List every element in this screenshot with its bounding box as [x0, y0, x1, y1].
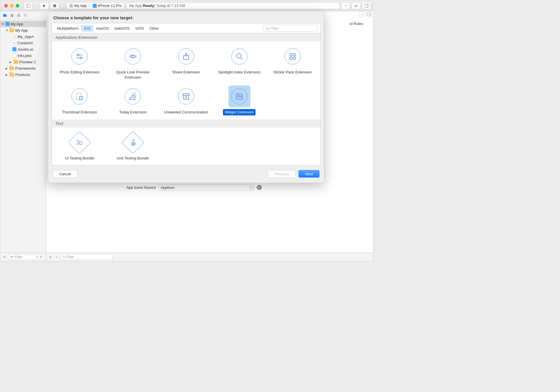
template-label: Today Extension	[117, 109, 148, 115]
bottom-bar: ＋ ⊜▾ Filter ◷ ⊞ ＋ − ⊜ Filter	[0, 252, 373, 261]
template-label: Thumbnail Extension	[60, 109, 99, 115]
tab-other[interactable]: Other	[147, 25, 162, 32]
tree-file[interactable]: s ContentV	[0, 40, 46, 46]
tree-file[interactable]: Info.plist	[0, 52, 46, 59]
tree-label: My App	[11, 22, 23, 26]
minimize-window[interactable]	[10, 4, 14, 7]
svg-rect-26	[77, 93, 81, 100]
svg-rect-24	[290, 57, 292, 59]
layout-icon	[367, 13, 371, 16]
add-editor-button[interactable]: ＋	[359, 12, 365, 17]
navigator-filter[interactable]: ⊜▾ Filter ◷ ⊞	[8, 254, 44, 260]
svg-point-17	[132, 55, 134, 58]
activity-view: My App: Ready | Today at 7:13 AM	[126, 2, 340, 9]
template-ui-testing[interactable]: UI Testing Bundle	[53, 132, 106, 161]
templates-grid-2: UI Testing Bundle Unit Testing Bundle	[52, 128, 321, 166]
svg-rect-47	[132, 142, 135, 145]
filter-placeholder: Filter	[15, 255, 22, 259]
targets-filter[interactable]: ⊜ Filter	[61, 254, 113, 260]
template-photo-editing[interactable]: Photo Editing Extension	[53, 45, 106, 80]
svg-point-42	[77, 140, 79, 142]
scm-filter-icon[interactable]: ⊞	[40, 255, 42, 259]
cancel-button[interactable]: Cancel	[53, 170, 77, 178]
template-label: Unwanted Communication	[162, 109, 210, 115]
editor-layout-button[interactable]	[366, 12, 372, 17]
tab-watchos[interactable]: watchOS	[111, 25, 133, 32]
run-button[interactable]	[40, 2, 49, 9]
template-label: Unit Testing Bundle	[115, 155, 151, 161]
svg-rect-0	[27, 4, 30, 7]
template-unit-testing[interactable]: Unit Testing Bundle	[106, 132, 160, 161]
next-button[interactable]: Next	[298, 170, 319, 178]
template-label: UI Testing Bundle	[63, 155, 96, 161]
template-filter[interactable]: ⊜ Filter	[263, 25, 318, 32]
filter-placeholder: Filter	[270, 26, 279, 31]
svg-point-9	[24, 14, 27, 16]
go-arrow-icon[interactable]: →	[257, 185, 262, 190]
tab-macos[interactable]: macOS	[93, 25, 111, 32]
close-window[interactable]	[4, 4, 8, 7]
template-quick-look[interactable]: Quick Look Preview Extension	[106, 45, 160, 80]
navigator: ⊠ ▼ My App ▼ My App s My_AppA	[0, 11, 46, 252]
svg-point-14	[77, 54, 79, 56]
toggle-inspector-button[interactable]	[362, 2, 371, 9]
tree-file[interactable]: s My_AppA	[0, 33, 46, 40]
tree-label: Preview C	[19, 60, 36, 64]
svg-rect-44	[80, 142, 82, 144]
zoom-window[interactable]	[16, 4, 19, 7]
tree-group[interactable]: ▶ Products	[0, 71, 46, 78]
template-today[interactable]: 17 Today Extension	[106, 85, 160, 115]
svg-rect-11	[368, 13, 371, 16]
template-spotlight[interactable]: Spotlight Index Extension	[213, 45, 266, 80]
svg-line-10	[26, 16, 27, 17]
project-root[interactable]: ▼ My App	[0, 21, 46, 27]
template-thumbnail[interactable]: Thumbnail Extension	[53, 85, 106, 115]
template-share[interactable]: Share Extension	[160, 45, 213, 80]
tree-file[interactable]: Assets.xc	[0, 46, 46, 52]
template-label: Quick Look Preview Extension	[106, 69, 160, 80]
svg-rect-7	[17, 16, 18, 17]
svg-point-20	[237, 54, 241, 58]
plist-icon	[12, 54, 16, 58]
play-icon	[43, 4, 46, 7]
tree-label: Frameworks	[15, 66, 36, 71]
code-review-button[interactable]: ⇄	[352, 2, 360, 9]
widget-icon	[231, 88, 247, 104]
template-sticker-pack[interactable]: Sticker Pack Extension	[266, 45, 319, 80]
add-target-button[interactable]: ＋	[48, 255, 53, 259]
sliders-icon	[71, 48, 88, 64]
tab-ios[interactable]: iOS	[81, 25, 93, 32]
find-navigator-tab[interactable]	[23, 13, 28, 18]
add-file-button[interactable]: ＋	[2, 255, 7, 259]
folder-icon	[14, 60, 18, 64]
app-icons-source-select[interactable]: AppIcon	[159, 184, 254, 191]
remove-target-button[interactable]: −	[54, 255, 59, 259]
tab-multiplatform[interactable]: Multiplatform	[54, 25, 81, 32]
tree-label: ContentV	[18, 41, 33, 45]
svg-point-30	[130, 97, 131, 98]
toolbar: My App 〉 iPhone 11 Pro My App: Ready | T…	[0, 0, 373, 11]
source-control-navigator-tab[interactable]: ⊠	[10, 13, 14, 18]
tree-group[interactable]: ▶ Preview C	[0, 59, 46, 65]
today-icon: 17	[125, 88, 141, 104]
tree-group[interactable]: ▼ My App	[0, 27, 46, 33]
template-widget-extension[interactable]: Widget Extension	[213, 85, 266, 115]
scheme-app-name: My App	[74, 3, 87, 8]
status-suffix: | Today at 7:13 AM	[154, 3, 185, 8]
previous-button[interactable]: Previous	[268, 170, 296, 178]
recent-icon[interactable]: ◷	[36, 255, 39, 259]
symbol-navigator-tab[interactable]	[16, 13, 21, 18]
svg-rect-27	[80, 97, 82, 100]
tree-group[interactable]: ▶ Frameworks	[0, 65, 46, 71]
tab-tvos[interactable]: tvOS	[133, 25, 147, 32]
window-controls	[4, 4, 19, 7]
eye-icon	[125, 48, 141, 64]
platform-tabs: Multiplatform iOS macOS watchOS tvOS Oth…	[52, 23, 321, 33]
scheme-selector[interactable]: My App 〉 iPhone 11 Pro	[67, 2, 124, 9]
stop-button[interactable]	[50, 2, 59, 9]
unit-test-icon	[122, 131, 144, 154]
toggle-navigator-button[interactable]	[24, 2, 33, 9]
add-button[interactable]: ＋	[341, 2, 350, 9]
project-navigator-tab[interactable]	[3, 13, 7, 18]
template-unwanted-communication[interactable]: Unwanted Communication	[160, 85, 213, 115]
